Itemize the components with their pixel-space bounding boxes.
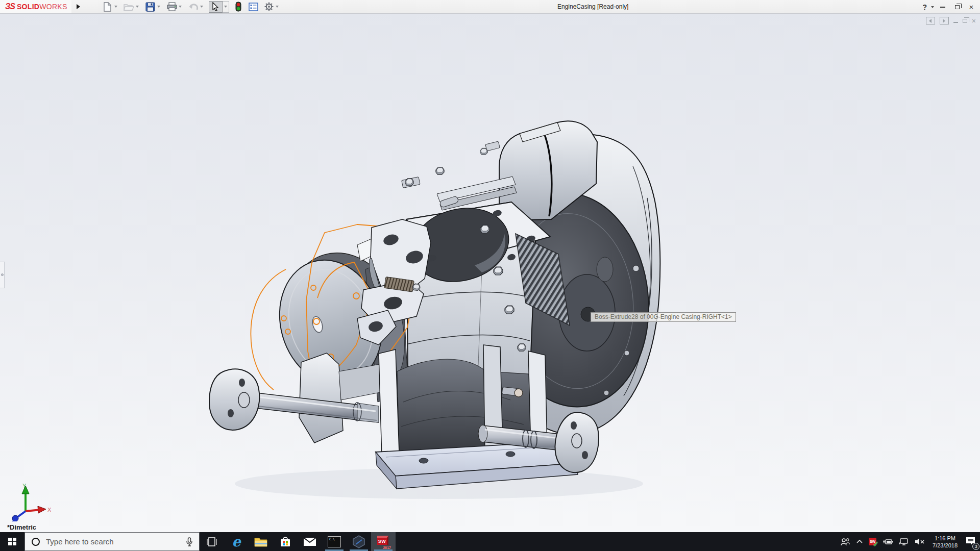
close-icon: × xyxy=(969,3,974,11)
solidworks-tray-icon[interactable]: SW✓ xyxy=(869,538,876,545)
reference-triad: Y X xyxy=(7,482,51,521)
clock-time: 1:16 PM xyxy=(933,535,958,542)
print-button[interactable] xyxy=(166,1,178,13)
doc-close-button[interactable]: × xyxy=(972,17,976,24)
taskbar: e C:\ SW 2017 xyxy=(0,532,980,551)
taskbar-clock[interactable]: 1:16 PM 7/23/2018 xyxy=(930,535,960,549)
brand-solid: SOLID xyxy=(17,3,39,11)
power-battery-icon[interactable] xyxy=(882,538,893,545)
cortana-icon xyxy=(32,538,40,546)
action-center-button[interactable]: 3 xyxy=(965,536,976,547)
window-title: EngineCasing [Read-only] xyxy=(557,3,628,10)
people-icon[interactable] xyxy=(840,538,850,546)
save-floppy-icon xyxy=(145,2,155,12)
clock-date: 7/23/2018 xyxy=(933,542,958,549)
options-dropdown[interactable] xyxy=(276,6,279,8)
engine-casing-model[interactable] xyxy=(0,14,980,533)
graphics-area[interactable]: × Boss-Extrude28 of 00G-Engine Casing-RI… xyxy=(0,14,980,533)
undo-icon xyxy=(188,3,199,11)
close-button[interactable]: × xyxy=(966,3,977,12)
hexagon-app-button[interactable] xyxy=(347,532,371,551)
print-icon xyxy=(167,2,177,11)
new-document-dropdown[interactable] xyxy=(114,6,117,8)
menu-expand-icon[interactable] xyxy=(77,4,80,9)
traffic-light-icon xyxy=(235,2,241,12)
taskbar-search[interactable] xyxy=(24,532,200,551)
windows-logo-icon xyxy=(8,538,16,546)
solidworks-2017-icon: SW 2017 xyxy=(377,535,390,549)
doc-prev-button[interactable] xyxy=(926,17,935,24)
file-explorer-icon xyxy=(254,537,267,547)
store-button[interactable] xyxy=(273,532,298,551)
restore-icon xyxy=(955,5,960,9)
new-document-button[interactable] xyxy=(102,1,114,13)
tab-dot-icon xyxy=(1,273,4,276)
gear-icon xyxy=(264,2,274,12)
minimize-button[interactable] xyxy=(937,3,948,12)
mail-button[interactable] xyxy=(298,532,322,551)
edge-button[interactable]: e xyxy=(224,532,249,551)
save-button[interactable] xyxy=(144,1,157,13)
options-button[interactable] xyxy=(263,1,275,13)
file-explorer-button[interactable] xyxy=(249,532,273,551)
save-dropdown[interactable] xyxy=(157,6,160,8)
print-dropdown[interactable] xyxy=(179,6,182,8)
store-icon xyxy=(280,536,291,547)
new-document-icon xyxy=(103,2,112,12)
open-button[interactable] xyxy=(123,1,135,13)
cursor-arrow-icon xyxy=(212,2,219,11)
task-view-icon xyxy=(206,537,218,547)
notification-badge: 3 xyxy=(972,543,979,550)
document-window-controls: × xyxy=(926,17,976,24)
start-button[interactable] xyxy=(0,532,24,551)
help-button[interactable]: ? xyxy=(921,3,928,11)
titlebar: ЗS SOLIDWORKS xyxy=(0,0,980,14)
doc-next-button[interactable] xyxy=(940,17,949,24)
tray-overflow-chevron-icon[interactable] xyxy=(856,539,863,544)
select-tool-dropdown[interactable] xyxy=(223,1,229,13)
system-tray: SW✓ 1:16 PM 7/23/2018 3 xyxy=(840,532,980,551)
doc-minimize-button[interactable] xyxy=(953,22,958,23)
undo-dropdown[interactable] xyxy=(200,6,203,8)
feature-manager-collapsed-tab[interactable] xyxy=(0,262,5,288)
task-view-button[interactable] xyxy=(200,532,224,551)
display-settings-button[interactable] xyxy=(248,1,260,13)
doc-restore-button[interactable] xyxy=(963,19,967,23)
search-input[interactable] xyxy=(46,537,186,546)
solidworks-logo: ЗS SOLIDWORKS xyxy=(0,0,71,13)
edge-icon: e xyxy=(232,535,240,548)
display-pane-icon xyxy=(249,3,258,11)
triad-x-label: X xyxy=(47,507,51,513)
undo-button[interactable] xyxy=(187,1,200,13)
solidworks-app-button[interactable]: SW 2017 xyxy=(371,532,396,551)
help-dropdown[interactable] xyxy=(931,6,934,8)
open-folder-icon xyxy=(124,3,134,11)
restore-button[interactable] xyxy=(951,3,963,12)
network-icon[interactable] xyxy=(899,538,909,546)
prev-arrow-icon xyxy=(929,19,932,23)
view-orientation-label: *Dimetric xyxy=(7,523,36,531)
mail-icon xyxy=(303,537,316,546)
check-icon: ✓ xyxy=(873,541,878,547)
feature-tooltip: Boss-Extrude28 of 00G-Engine Casing-RIGH… xyxy=(591,312,736,322)
select-tool-button[interactable] xyxy=(209,1,223,13)
next-arrow-icon xyxy=(943,19,945,23)
rebuild-button[interactable] xyxy=(232,1,244,13)
command-prompt-icon: C:\ xyxy=(328,536,341,547)
brand-works: WORKS xyxy=(39,3,67,11)
command-prompt-button[interactable]: C:\ xyxy=(322,532,347,551)
microphone-icon[interactable] xyxy=(186,537,193,546)
open-dropdown[interactable] xyxy=(136,6,139,8)
minimize-icon xyxy=(940,7,945,8)
volume-muted-icon[interactable] xyxy=(915,538,925,545)
dassault-logo-icon: ЗS xyxy=(5,2,15,11)
hexagon-app-icon xyxy=(352,535,365,548)
